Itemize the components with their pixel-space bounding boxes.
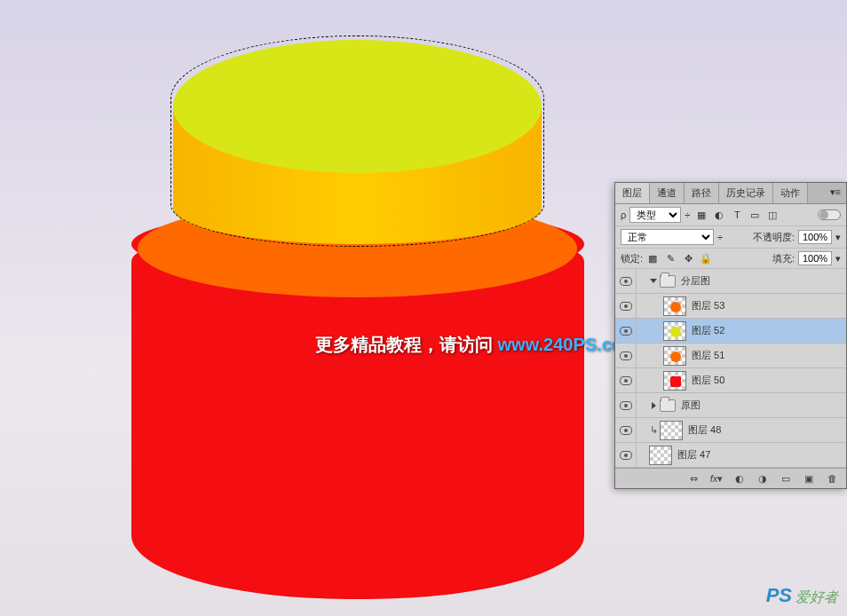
eye-icon: [620, 451, 632, 460]
layer-row-layer-50[interactable]: 图层 50: [615, 368, 846, 393]
visibility-toggle[interactable]: [615, 393, 637, 417]
layer-thumbnail[interactable]: [660, 421, 683, 440]
layer-name-label[interactable]: 图层 52: [692, 324, 724, 337]
clip-indicator-icon: ↳: [649, 424, 658, 436]
filter-toggle[interactable]: [818, 209, 841, 220]
ps-logo-text: PS: [766, 584, 792, 607]
filter-dropdown-icon[interactable]: ÷: [685, 209, 690, 220]
watermark-label: 更多精品教程，请访问: [315, 335, 493, 354]
fill-dropdown-icon[interactable]: ▾: [835, 253, 841, 265]
layer-row-group-orig[interactable]: 原图: [615, 393, 846, 418]
blend-row: 正常 ÷ 不透明度: ▾: [615, 226, 846, 249]
lock-transparency-icon[interactable]: ▩: [646, 252, 659, 265]
lock-all-icon[interactable]: 🔒: [700, 252, 712, 265]
blend-mode-select[interactable]: 正常: [621, 229, 714, 245]
layer-name-label[interactable]: 图层 53: [692, 299, 724, 312]
visibility-toggle[interactable]: [615, 319, 637, 343]
adjustment-icon[interactable]: ◑: [756, 471, 770, 486]
fill-label: 填充:: [772, 252, 795, 265]
kind-filter-select[interactable]: 类型: [629, 207, 681, 223]
opacity-input[interactable]: [798, 230, 832, 244]
visibility-toggle[interactable]: [615, 368, 637, 392]
opacity-dropdown-icon[interactable]: ▾: [835, 232, 841, 243]
layer-row-group-fencheng[interactable]: 分层图: [615, 269, 846, 294]
jar-illustration: [115, 13, 595, 616]
panel-menu-icon[interactable]: ▾≡: [825, 183, 846, 203]
layer-name-label[interactable]: 图层 50: [692, 374, 724, 387]
filter-smart-icon[interactable]: ◫: [766, 209, 779, 221]
filter-adjust-icon[interactable]: ◐: [713, 209, 725, 221]
visibility-toggle[interactable]: [615, 344, 637, 367]
panel-tabs: 图层 通道 路径 历史记录 动作 ▾≡: [615, 183, 846, 204]
lock-row: 锁定: ▩ ✎ ✥ 🔒 填充: ▾: [615, 249, 846, 269]
layer-row-layer-51[interactable]: 图层 51: [615, 344, 846, 368]
layer-thumbnail[interactable]: [649, 446, 672, 465]
layer-row-layer-48[interactable]: ↳图层 48: [615, 418, 846, 443]
disclosure-triangle[interactable]: [649, 277, 658, 286]
jar-body-shape: [131, 244, 584, 599]
layer-name-label[interactable]: 图层 48: [688, 423, 721, 437]
new-layer-icon[interactable]: ▣: [802, 471, 816, 486]
eye-icon: [620, 426, 632, 435]
tab-actions[interactable]: 动作: [773, 183, 808, 203]
fill-input[interactable]: [798, 251, 832, 265]
visibility-toggle[interactable]: [615, 269, 637, 293]
layers-panel[interactable]: 图层 通道 路径 历史记录 动作 ▾≡ ρ 类型 ÷ ▦ ◐ T ▭ ◫ 正常 …: [614, 182, 847, 489]
tab-history[interactable]: 历史记录: [719, 183, 773, 203]
lock-position-icon[interactable]: ✥: [682, 252, 694, 265]
eye-icon: [620, 302, 632, 311]
layer-thumbnail[interactable]: [663, 346, 686, 366]
opacity-label: 不透明度:: [753, 231, 795, 244]
layer-thumbnail[interactable]: [663, 371, 686, 391]
layer-name-label[interactable]: 分层图: [681, 274, 710, 288]
layer-list[interactable]: 分层图图层 53图层 52图层 51图层 50原图↳图层 48图层 47: [615, 269, 846, 468]
jar-top-ellipse: [173, 40, 542, 173]
layer-name-label[interactable]: 图层 47: [677, 448, 710, 462]
visibility-toggle[interactable]: [615, 294, 637, 318]
panel-footer: ⇔ fx▾ ◐ ◑ ▭ ▣ 🗑: [615, 468, 846, 488]
layer-name-label[interactable]: 图层 51: [692, 349, 724, 362]
visibility-toggle[interactable]: [615, 418, 637, 442]
filter-icons: ▦ ◐ T ▭ ◫: [695, 209, 779, 221]
layer-row-layer-52[interactable]: 图层 52: [615, 319, 846, 344]
layer-row-layer-53[interactable]: 图层 53: [615, 294, 846, 319]
eye-icon: [620, 277, 632, 286]
layer-thumbnail[interactable]: [663, 321, 686, 341]
layer-thumbnail[interactable]: [663, 296, 686, 316]
folder-icon: [660, 275, 676, 288]
watermark-text: 更多精品教程，请访问 www.240PS.com: [315, 333, 638, 357]
fx-icon[interactable]: fx▾: [709, 471, 724, 486]
folder-icon: [660, 399, 676, 412]
filter-pixel-icon[interactable]: ▦: [695, 209, 708, 221]
mask-icon[interactable]: ◐: [732, 471, 747, 486]
lock-pixels-icon[interactable]: ✎: [664, 252, 677, 265]
tab-channels[interactable]: 通道: [650, 183, 685, 203]
kind-label-text: ρ: [621, 209, 626, 220]
delete-icon[interactable]: 🗑: [825, 471, 839, 486]
eye-icon: [620, 351, 632, 360]
tab-layers[interactable]: 图层: [615, 183, 650, 203]
filter-shape-icon[interactable]: ▭: [748, 209, 761, 221]
eye-icon: [620, 376, 632, 385]
eye-icon: [620, 327, 632, 336]
link-layers-icon[interactable]: ⇔: [686, 471, 701, 486]
blend-dropdown-icon[interactable]: ÷: [717, 232, 723, 242]
filter-row: ρ 类型 ÷ ▦ ◐ T ▭ ◫: [615, 204, 846, 226]
layer-name-label[interactable]: 原图: [681, 399, 701, 412]
filter-type-icon[interactable]: T: [731, 209, 743, 221]
visibility-toggle[interactable]: [615, 443, 637, 467]
lock-icons: ▩ ✎ ✥ 🔒: [646, 252, 712, 265]
disclosure-triangle[interactable]: [649, 401, 658, 410]
layer-row-layer-47[interactable]: 图层 47: [615, 443, 846, 468]
lock-label: 锁定:: [621, 252, 643, 265]
eye-icon: [620, 401, 632, 410]
ps-lover-text: 爱好者: [796, 588, 838, 607]
bottom-watermark: PS 爱好者: [766, 584, 838, 607]
tab-paths[interactable]: 路径: [685, 183, 719, 203]
group-icon[interactable]: ▭: [779, 471, 793, 486]
